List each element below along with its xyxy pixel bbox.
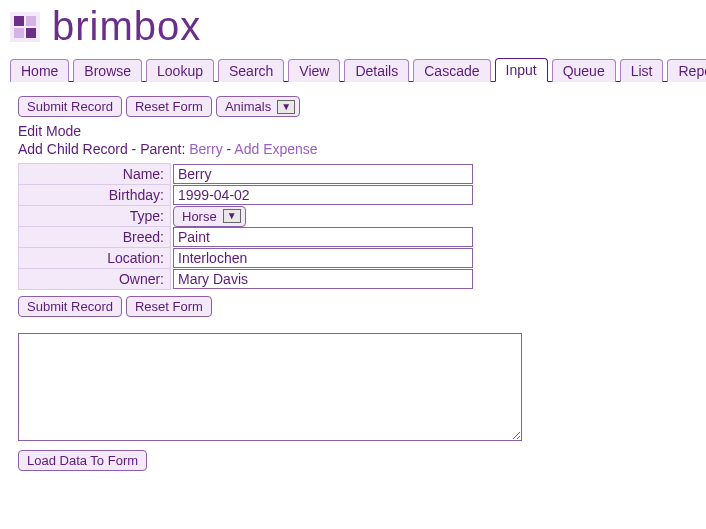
submit-record-button-bottom[interactable]: Submit Record bbox=[18, 296, 122, 317]
main-tabs: Home Browse Lookup Search View Details C… bbox=[10, 57, 706, 82]
chevron-down-icon: ▼ bbox=[223, 209, 241, 223]
parent-line: Add Child Record - Parent: Berry - Add E… bbox=[18, 141, 688, 157]
breed-input[interactable] bbox=[173, 227, 473, 247]
parent-separator: - bbox=[223, 141, 235, 157]
tab-browse[interactable]: Browse bbox=[73, 59, 142, 82]
submit-record-button-top[interactable]: Submit Record bbox=[18, 96, 122, 117]
reset-form-button-top[interactable]: Reset Form bbox=[126, 96, 212, 117]
tab-list[interactable]: List bbox=[620, 59, 664, 82]
tab-view[interactable]: View bbox=[288, 59, 340, 82]
breed-label: Breed: bbox=[19, 227, 171, 248]
type-dropdown[interactable]: Horse ▼ bbox=[173, 206, 246, 227]
owner-input[interactable] bbox=[173, 269, 473, 289]
record-type-value: Animals bbox=[225, 99, 271, 114]
tab-search[interactable]: Search bbox=[218, 59, 284, 82]
svg-rect-1 bbox=[14, 16, 24, 26]
tab-lookup[interactable]: Lookup bbox=[146, 59, 214, 82]
reset-form-button-bottom[interactable]: Reset Form bbox=[126, 296, 212, 317]
birthday-input[interactable] bbox=[173, 185, 473, 205]
location-label: Location: bbox=[19, 248, 171, 269]
svg-rect-4 bbox=[26, 28, 36, 38]
chevron-down-icon: ▼ bbox=[277, 100, 295, 114]
brand-title: brimbox bbox=[52, 4, 201, 49]
tab-input[interactable]: Input bbox=[495, 58, 548, 82]
owner-label: Owner: bbox=[19, 269, 171, 290]
tab-reports[interactable]: Reports bbox=[667, 59, 706, 82]
tab-home[interactable]: Home bbox=[10, 59, 69, 82]
parent-prefix: Add Child Record - Parent: bbox=[18, 141, 189, 157]
load-data-button[interactable]: Load Data To Form bbox=[18, 450, 147, 471]
svg-rect-2 bbox=[26, 16, 36, 26]
add-expense-link[interactable]: Add Expense bbox=[234, 141, 317, 157]
name-label: Name: bbox=[19, 164, 171, 185]
birthday-label: Birthday: bbox=[19, 185, 171, 206]
record-type-dropdown[interactable]: Animals ▼ bbox=[216, 96, 300, 117]
brand-logo-icon bbox=[10, 12, 40, 42]
tab-cascade[interactable]: Cascade bbox=[413, 59, 490, 82]
type-value: Horse bbox=[182, 209, 217, 224]
type-label: Type: bbox=[19, 206, 171, 227]
parent-record-link[interactable]: Berry bbox=[189, 141, 222, 157]
svg-rect-3 bbox=[14, 28, 24, 38]
tab-queue[interactable]: Queue bbox=[552, 59, 616, 82]
location-input[interactable] bbox=[173, 248, 473, 268]
name-input[interactable] bbox=[173, 164, 473, 184]
tab-details[interactable]: Details bbox=[344, 59, 409, 82]
edit-mode-label: Edit Mode bbox=[18, 123, 688, 139]
data-textarea[interactable] bbox=[18, 333, 522, 441]
